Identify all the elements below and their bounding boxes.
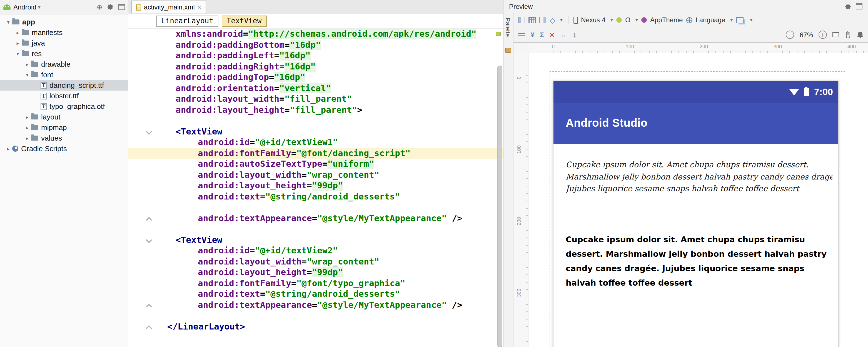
code-line[interactable]: android:layout_width="fill_parent" xyxy=(128,94,503,105)
tree-item-font[interactable]: ▾font xyxy=(0,69,128,80)
tree-item-values[interactable]: ▸values xyxy=(0,133,128,144)
chevron-down-icon[interactable] xyxy=(611,17,613,23)
code-line[interactable]: android:paddingBottom="16dp" xyxy=(128,40,503,51)
code-line[interactable] xyxy=(128,224,503,235)
code-line[interactable]: android:layout_width="wrap_content" xyxy=(128,256,503,267)
infer-constraints-icon[interactable] xyxy=(540,31,544,39)
blueprint-view-icon[interactable] xyxy=(528,17,536,23)
code-line[interactable]: android:layout_width="wrap_content" xyxy=(128,170,503,181)
tree-item-app[interactable]: ▾app xyxy=(0,17,128,27)
chevron-down-icon[interactable] xyxy=(560,17,563,23)
code-line[interactable]: android:paddingRight="16dp" xyxy=(128,61,503,72)
design-view-icon[interactable] xyxy=(518,17,525,23)
zoom-in-button[interactable]: + xyxy=(818,31,827,39)
fold-icon[interactable] xyxy=(146,237,152,243)
fold-icon[interactable] xyxy=(146,325,152,332)
chevron-down-icon[interactable]: ▾ xyxy=(23,72,31,77)
orientation-icon[interactable] xyxy=(550,16,555,24)
code-line[interactable] xyxy=(128,202,503,213)
tree-item-layout[interactable]: ▸layout xyxy=(0,112,128,122)
palette-icon[interactable] xyxy=(505,48,511,53)
api-selector[interactable]: O xyxy=(625,16,630,24)
code-line[interactable]: <TextView xyxy=(128,235,503,246)
clear-constraints-icon[interactable] xyxy=(550,30,555,39)
fold-icon[interactable] xyxy=(146,128,152,135)
code-line[interactable]: android:textAppearance="@style/MyTextApp… xyxy=(128,300,503,311)
tree-item-lobster-ttf[interactable]: Tlobster.ttf xyxy=(0,91,128,101)
chevron-right-icon[interactable]: ▸ xyxy=(14,30,22,35)
settings-gear-icon[interactable] xyxy=(107,3,114,10)
layout-variant-icon[interactable] xyxy=(736,17,743,23)
close-icon[interactable] xyxy=(197,4,202,10)
code-line[interactable]: android:id="@+id/textView2" xyxy=(128,246,503,256)
tree-item-manifests[interactable]: ▸manifests xyxy=(0,27,128,38)
expand-vertical-icon[interactable] xyxy=(572,31,576,39)
chevron-right-icon[interactable]: ▸ xyxy=(23,135,31,141)
chevron-right-icon[interactable]: ▸ xyxy=(23,125,31,130)
editor-scrollbar[interactable] xyxy=(497,66,502,347)
code-line[interactable]: android:paddingTop="16dp" xyxy=(128,72,503,83)
code-line[interactable]: android:layout_height="fill_parent"> xyxy=(128,105,503,116)
chevron-right-icon[interactable]: ▸ xyxy=(23,114,31,120)
design-canvas[interactable]: 7:00 Android Studio Cupcake ipsum dolor … xyxy=(528,53,868,347)
fold-icon[interactable] xyxy=(146,217,152,223)
inspection-marker-icon[interactable] xyxy=(496,32,501,36)
breadcrumb-linearlayout[interactable]: LinearLayout xyxy=(156,15,218,27)
tree-item-gradle-scripts[interactable]: ▸Gradle Scripts xyxy=(0,144,128,154)
code-line[interactable]: android:text="@string/android_desserts" xyxy=(128,191,503,202)
pan-hand-icon[interactable] xyxy=(845,31,851,38)
device-preview[interactable]: 7:00 Android Studio Cupcake ipsum dolor … xyxy=(553,81,839,347)
chevron-right-icon[interactable]: ▸ xyxy=(4,146,12,151)
expand-horizontal-icon[interactable] xyxy=(560,31,567,39)
view-options-icon[interactable] xyxy=(518,32,525,38)
textview-typo-graphica[interactable]: Cupcake ipsum dolor sit. Amet chupa chup… xyxy=(566,232,832,290)
device-selector[interactable]: Nexus 4 xyxy=(581,16,606,24)
chevron-down-icon[interactable] xyxy=(38,4,40,10)
code-line[interactable]: android:fontFamily="@font/typo_graphica" xyxy=(128,278,503,289)
language-selector[interactable]: Language xyxy=(695,16,725,24)
code-line[interactable]: <TextView xyxy=(128,126,503,137)
hide-panel-icon[interactable] xyxy=(118,4,125,10)
tree-item-typo-graphica-otf[interactable]: Ttypo_graphica.otf xyxy=(0,101,128,112)
code-line[interactable]: android:layout_height="99dp" xyxy=(128,267,503,278)
tree-item-java[interactable]: ▸java xyxy=(0,38,128,48)
code-line[interactable]: android:autoSizeTextType="uniform" xyxy=(128,159,503,170)
zoom-to-fit-icon[interactable] xyxy=(832,32,839,37)
chevron-down-icon[interactable]: ▾ xyxy=(14,51,22,56)
code-line[interactable]: xmlns:android="http://schemas.android.co… xyxy=(128,29,503,40)
notifications-bell-icon[interactable] xyxy=(857,31,864,38)
chevron-right-icon[interactable]: ▸ xyxy=(14,40,22,46)
code-line[interactable] xyxy=(128,311,503,321)
chevron-right-icon[interactable]: ▸ xyxy=(23,61,31,67)
chevron-down-icon[interactable] xyxy=(750,17,752,23)
theme-selector[interactable]: AppTheme xyxy=(650,16,683,24)
code-line[interactable] xyxy=(128,116,503,126)
breadcrumb-textview[interactable]: TextView xyxy=(222,15,267,27)
palette-tab[interactable]: Palette xyxy=(504,18,511,37)
tab-activity-main-xml[interactable]: activity_main.xml xyxy=(131,1,207,13)
zoom-out-button[interactable]: − xyxy=(786,31,794,39)
chevron-down-icon[interactable] xyxy=(730,17,733,23)
margins-icon[interactable] xyxy=(531,31,534,39)
fold-icon[interactable] xyxy=(146,304,152,310)
chevron-down-icon[interactable]: ▾ xyxy=(4,19,12,25)
hide-preview-icon[interactable] xyxy=(856,3,863,9)
tree-item-dancing-script-ttf[interactable]: Tdancing_script.ttf xyxy=(0,80,128,91)
chevron-down-icon[interactable] xyxy=(636,17,638,23)
project-view-selector[interactable]: Android xyxy=(13,3,36,11)
tree-item-drawable[interactable]: ▸drawable xyxy=(0,59,128,69)
code-line[interactable]: android:orientation="vertical" xyxy=(128,83,503,94)
code-line[interactable]: android:layout_height="99dp" xyxy=(128,181,503,191)
code-line[interactable]: </LinearLayout> xyxy=(128,321,503,332)
preview-settings-gear-icon[interactable] xyxy=(845,3,851,10)
textview-dancing-script[interactable]: Cupcake ipsum dolor sit. Amet chupa chup… xyxy=(566,159,832,195)
code-editor[interactable]: xmlns:android="http://schemas.android.co… xyxy=(128,29,503,347)
code-line[interactable]: android:fontFamily="@font/dancing_script… xyxy=(128,148,503,159)
code-line[interactable]: android:textAppearance="@style/MyTextApp… xyxy=(128,213,503,224)
locate-file-icon[interactable] xyxy=(97,3,102,11)
both-views-icon[interactable] xyxy=(539,17,546,23)
code-line[interactable]: android:text="@string/android_desserts" xyxy=(128,289,503,300)
code-line[interactable]: android:id="@+id/textView1" xyxy=(128,137,503,148)
code-line[interactable]: android:paddingLeft="16dp" xyxy=(128,51,503,61)
tree-item-mipmap[interactable]: ▸mipmap xyxy=(0,122,128,133)
